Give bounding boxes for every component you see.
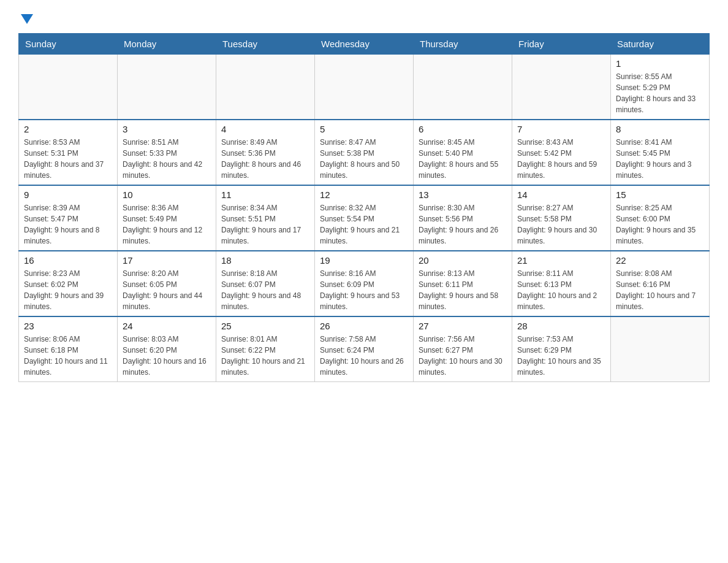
day-info: Sunrise: 7:53 AM Sunset: 6:29 PM Dayligh… xyxy=(517,334,605,378)
day-info: Sunrise: 8:32 AM Sunset: 5:54 PM Dayligh… xyxy=(320,202,408,247)
day-info: Sunrise: 8:03 AM Sunset: 6:20 PM Dayligh… xyxy=(123,334,211,378)
calendar-cell: 23Sunrise: 8:06 AM Sunset: 6:18 PM Dayli… xyxy=(19,316,118,382)
calendar-cell xyxy=(414,55,512,120)
calendar-cell: 19Sunrise: 8:16 AM Sunset: 6:09 PM Dayli… xyxy=(315,251,414,316)
day-info: Sunrise: 8:20 AM Sunset: 6:05 PM Dayligh… xyxy=(123,268,211,312)
calendar-cell: 1Sunrise: 8:55 AM Sunset: 5:29 PM Daylig… xyxy=(611,55,710,120)
day-info: Sunrise: 8:16 AM Sunset: 6:09 PM Dayligh… xyxy=(320,268,408,312)
day-info: Sunrise: 8:43 AM Sunset: 5:42 PM Dayligh… xyxy=(517,137,605,181)
day-info: Sunrise: 8:39 AM Sunset: 5:47 PM Dayligh… xyxy=(24,202,112,247)
weekday-header-friday: Friday xyxy=(512,34,611,55)
day-info: Sunrise: 8:18 AM Sunset: 6:07 PM Dayligh… xyxy=(221,268,309,312)
calendar-cell: 3Sunrise: 8:51 AM Sunset: 5:33 PM Daylig… xyxy=(118,120,216,185)
day-number: 24 xyxy=(123,321,211,331)
day-number: 20 xyxy=(419,255,507,266)
calendar-cell: 9Sunrise: 8:39 AM Sunset: 5:47 PM Daylig… xyxy=(19,185,118,251)
calendar-week-row: 2Sunrise: 8:53 AM Sunset: 5:31 PM Daylig… xyxy=(19,120,710,185)
day-number: 14 xyxy=(517,190,605,200)
day-info: Sunrise: 8:51 AM Sunset: 5:33 PM Dayligh… xyxy=(123,137,211,181)
day-info: Sunrise: 7:58 AM Sunset: 6:24 PM Dayligh… xyxy=(320,334,408,378)
calendar-cell: 27Sunrise: 7:56 AM Sunset: 6:27 PM Dayli… xyxy=(414,316,512,382)
calendar-cell: 25Sunrise: 8:01 AM Sunset: 6:22 PM Dayli… xyxy=(216,316,315,382)
day-number: 18 xyxy=(221,255,309,266)
calendar-cell xyxy=(216,55,315,120)
calendar-cell: 6Sunrise: 8:45 AM Sunset: 5:40 PM Daylig… xyxy=(414,120,512,185)
calendar-cell: 22Sunrise: 8:08 AM Sunset: 6:16 PM Dayli… xyxy=(611,251,710,316)
day-number: 16 xyxy=(24,255,112,266)
weekday-header-sunday: Sunday xyxy=(19,34,118,55)
weekday-header-thursday: Thursday xyxy=(414,34,512,55)
calendar-cell: 14Sunrise: 8:27 AM Sunset: 5:58 PM Dayli… xyxy=(512,185,611,251)
calendar-cell: 4Sunrise: 8:49 AM Sunset: 5:36 PM Daylig… xyxy=(216,120,315,185)
calendar-cell: 16Sunrise: 8:23 AM Sunset: 6:02 PM Dayli… xyxy=(19,251,118,316)
day-info: Sunrise: 7:56 AM Sunset: 6:27 PM Dayligh… xyxy=(419,334,507,378)
calendar-cell: 13Sunrise: 8:30 AM Sunset: 5:56 PM Dayli… xyxy=(414,185,512,251)
day-number: 2 xyxy=(24,124,112,134)
day-number: 8 xyxy=(616,124,704,134)
calendar-cell: 18Sunrise: 8:18 AM Sunset: 6:07 PM Dayli… xyxy=(216,251,315,316)
calendar-cell: 28Sunrise: 7:53 AM Sunset: 6:29 PM Dayli… xyxy=(512,316,611,382)
calendar-cell: 15Sunrise: 8:25 AM Sunset: 6:00 PM Dayli… xyxy=(611,185,710,251)
day-info: Sunrise: 8:08 AM Sunset: 6:16 PM Dayligh… xyxy=(616,268,704,312)
day-number: 21 xyxy=(517,255,605,266)
weekday-header-monday: Monday xyxy=(118,34,216,55)
day-info: Sunrise: 8:34 AM Sunset: 5:51 PM Dayligh… xyxy=(221,202,309,247)
day-number: 19 xyxy=(320,255,408,266)
weekday-header-tuesday: Tuesday xyxy=(216,34,315,55)
day-number: 7 xyxy=(517,124,605,134)
day-info: Sunrise: 8:11 AM Sunset: 6:13 PM Dayligh… xyxy=(517,268,605,312)
calendar-cell: 26Sunrise: 7:58 AM Sunset: 6:24 PM Dayli… xyxy=(315,316,414,382)
day-info: Sunrise: 8:01 AM Sunset: 6:22 PM Dayligh… xyxy=(221,334,309,378)
calendar-week-row: 1Sunrise: 8:55 AM Sunset: 5:29 PM Daylig… xyxy=(19,55,710,120)
day-number: 11 xyxy=(221,190,309,200)
calendar-cell: 5Sunrise: 8:47 AM Sunset: 5:38 PM Daylig… xyxy=(315,120,414,185)
day-info: Sunrise: 8:36 AM Sunset: 5:49 PM Dayligh… xyxy=(123,202,211,247)
weekday-header-row: SundayMondayTuesdayWednesdayThursdayFrid… xyxy=(19,34,710,55)
logo xyxy=(18,12,38,23)
day-number: 12 xyxy=(320,190,408,200)
day-info: Sunrise: 8:47 AM Sunset: 5:38 PM Dayligh… xyxy=(320,137,408,181)
calendar-cell xyxy=(19,55,118,120)
day-number: 3 xyxy=(123,124,211,134)
day-info: Sunrise: 8:25 AM Sunset: 6:00 PM Dayligh… xyxy=(616,202,704,247)
day-number: 15 xyxy=(616,190,704,200)
calendar-cell xyxy=(118,55,216,120)
calendar-cell: 10Sunrise: 8:36 AM Sunset: 5:49 PM Dayli… xyxy=(118,185,216,251)
calendar-cell xyxy=(611,316,710,382)
day-number: 26 xyxy=(320,321,408,331)
calendar-cell: 11Sunrise: 8:34 AM Sunset: 5:51 PM Dayli… xyxy=(216,185,315,251)
day-info: Sunrise: 8:27 AM Sunset: 5:58 PM Dayligh… xyxy=(517,202,605,247)
calendar-cell: 24Sunrise: 8:03 AM Sunset: 6:20 PM Dayli… xyxy=(118,316,216,382)
calendar-cell: 12Sunrise: 8:32 AM Sunset: 5:54 PM Dayli… xyxy=(315,185,414,251)
calendar-cell: 8Sunrise: 8:41 AM Sunset: 5:45 PM Daylig… xyxy=(611,120,710,185)
day-info: Sunrise: 8:06 AM Sunset: 6:18 PM Dayligh… xyxy=(24,334,112,378)
calendar-cell xyxy=(315,55,414,120)
day-number: 1 xyxy=(616,58,704,69)
calendar-cell: 20Sunrise: 8:13 AM Sunset: 6:11 PM Dayli… xyxy=(414,251,512,316)
calendar-week-row: 9Sunrise: 8:39 AM Sunset: 5:47 PM Daylig… xyxy=(19,185,710,251)
day-number: 5 xyxy=(320,124,408,134)
day-number: 27 xyxy=(419,321,507,331)
day-info: Sunrise: 8:30 AM Sunset: 5:56 PM Dayligh… xyxy=(419,202,507,247)
day-info: Sunrise: 8:23 AM Sunset: 6:02 PM Dayligh… xyxy=(24,268,112,312)
calendar-cell: 17Sunrise: 8:20 AM Sunset: 6:05 PM Dayli… xyxy=(118,251,216,316)
weekday-header-wednesday: Wednesday xyxy=(315,34,414,55)
day-info: Sunrise: 8:53 AM Sunset: 5:31 PM Dayligh… xyxy=(24,137,112,181)
weekday-header-saturday: Saturday xyxy=(611,34,710,55)
day-info: Sunrise: 8:55 AM Sunset: 5:29 PM Dayligh… xyxy=(616,71,704,115)
calendar-cell: 21Sunrise: 8:11 AM Sunset: 6:13 PM Dayli… xyxy=(512,251,611,316)
logo-triangle-icon xyxy=(21,14,33,24)
day-number: 4 xyxy=(221,124,309,134)
calendar-cell: 7Sunrise: 8:43 AM Sunset: 5:42 PM Daylig… xyxy=(512,120,611,185)
calendar-cell xyxy=(512,55,611,120)
day-number: 22 xyxy=(616,255,704,266)
calendar-week-row: 23Sunrise: 8:06 AM Sunset: 6:18 PM Dayli… xyxy=(19,316,710,382)
day-info: Sunrise: 8:45 AM Sunset: 5:40 PM Dayligh… xyxy=(419,137,507,181)
day-info: Sunrise: 8:49 AM Sunset: 5:36 PM Dayligh… xyxy=(221,137,309,181)
day-number: 13 xyxy=(419,190,507,200)
day-info: Sunrise: 8:41 AM Sunset: 5:45 PM Dayligh… xyxy=(616,137,704,181)
day-number: 23 xyxy=(24,321,112,331)
day-number: 10 xyxy=(123,190,211,200)
day-info: Sunrise: 8:13 AM Sunset: 6:11 PM Dayligh… xyxy=(419,268,507,312)
day-number: 6 xyxy=(419,124,507,134)
